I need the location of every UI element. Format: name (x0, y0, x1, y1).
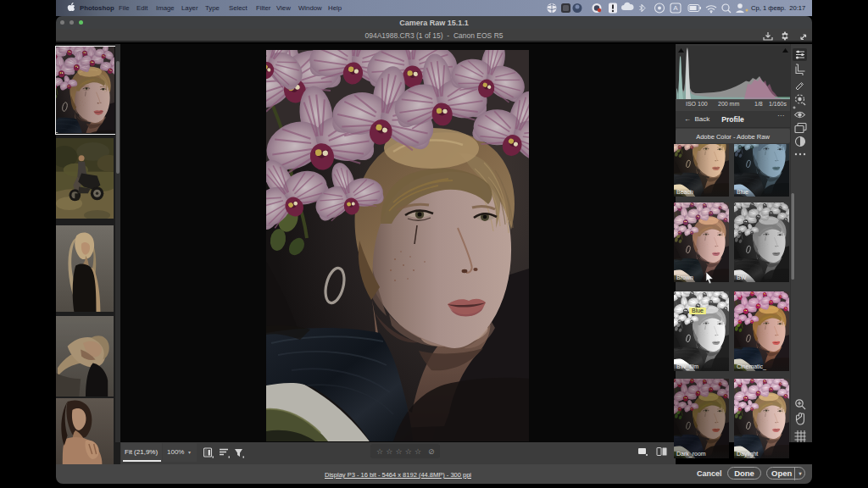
svg-text:A: A (673, 4, 678, 12)
